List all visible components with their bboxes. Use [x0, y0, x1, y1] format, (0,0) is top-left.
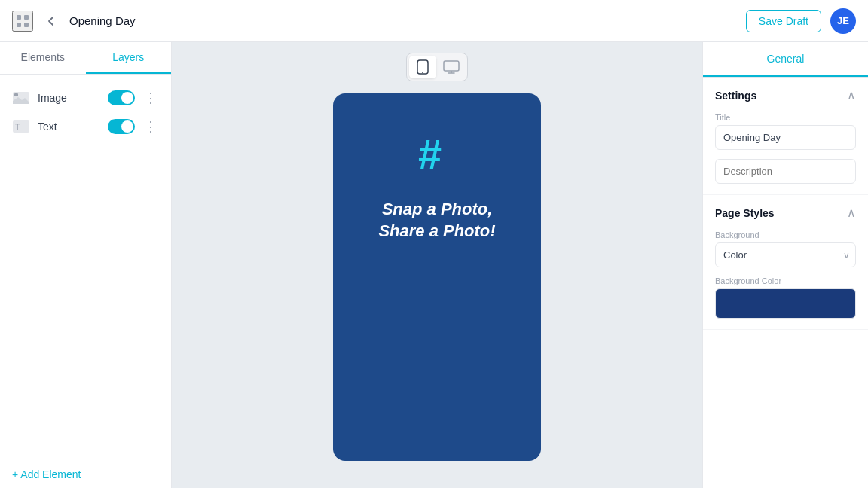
layers-list: Image ⋮ T Text ⋮: [0, 75, 171, 461]
tab-layers[interactable]: Layers: [86, 42, 172, 74]
layer-name-text: Text: [38, 120, 100, 133]
settings-title: Settings: [715, 90, 756, 102]
layer-toggle-text[interactable]: [108, 119, 135, 134]
page-styles-section: Page Styles ∧ Background Color ∨ Backgro…: [703, 195, 868, 330]
mobile-device-button[interactable]: [409, 56, 436, 78]
svg-rect-5: [14, 93, 18, 96]
title-field: Title: [715, 113, 856, 150]
page-styles-title: Page Styles: [715, 207, 775, 219]
image-layer-icon: [12, 91, 30, 105]
tab-elements[interactable]: Elements: [0, 42, 86, 74]
svg-text:T: T: [15, 123, 20, 131]
background-color-label: Background Color: [715, 276, 856, 285]
description-input[interactable]: [715, 159, 856, 184]
right-panel-body: Settings ∧ Title Page Styles ∧ Bac: [703, 78, 868, 330]
device-toolbar: [406, 53, 468, 81]
tab-general[interactable]: General: [703, 42, 868, 77]
topbar-left: Opening Day: [12, 11, 737, 32]
title-field-label: Title: [715, 113, 856, 122]
background-field: Background Color ∨: [715, 230, 856, 267]
left-panel: Elements Layers Image ⋮: [0, 42, 172, 488]
topbar: Opening Day Save Draft JE: [0, 0, 868, 42]
svg-point-9: [422, 72, 423, 73]
main-layout: Elements Layers Image ⋮: [0, 42, 868, 488]
page-title: Opening Day: [69, 14, 136, 27]
layer-name-image: Image: [38, 92, 100, 104]
right-panel: General Settings ∧ Title: [702, 42, 868, 488]
layer-item-image[interactable]: Image ⋮: [0, 84, 171, 112]
canvas-area: # Snap a Photo, Share a Photo!: [172, 42, 702, 488]
layer-item-text[interactable]: T Text ⋮: [0, 112, 171, 141]
title-input[interactable]: [715, 125, 856, 150]
background-color-preview[interactable]: [715, 288, 856, 319]
settings-collapse-button[interactable]: ∧: [847, 88, 856, 102]
svg-rect-0: [17, 15, 21, 20]
background-select-wrapper: Color ∨: [715, 242, 856, 267]
background-color-field: Background Color: [715, 276, 856, 319]
background-select[interactable]: Color: [715, 242, 856, 267]
desktop-device-button[interactable]: [438, 56, 465, 78]
hash-icon: #: [414, 130, 460, 181]
page-styles-section-header: Page Styles ∧: [715, 206, 856, 220]
save-draft-button[interactable]: Save Draft: [746, 10, 821, 32]
svg-text:#: #: [418, 130, 442, 175]
canvas-headline: Snap a Photo, Share a Photo!: [378, 199, 495, 242]
topbar-right: Save Draft JE: [746, 8, 856, 34]
svg-rect-3: [24, 23, 29, 27]
page-styles-collapse-button[interactable]: ∧: [847, 206, 856, 220]
svg-rect-1: [24, 15, 29, 20]
background-field-label: Background: [715, 230, 856, 239]
settings-section: Settings ∧ Title: [703, 78, 868, 195]
layer-toggle-image[interactable]: [108, 90, 135, 105]
back-button[interactable]: [41, 11, 62, 32]
add-element-button[interactable]: + Add Element: [0, 461, 171, 488]
layer-more-image[interactable]: ⋮: [142, 90, 159, 106]
svg-rect-10: [444, 61, 459, 71]
avatar[interactable]: JE: [830, 8, 856, 34]
settings-section-header: Settings ∧: [715, 88, 856, 102]
phone-canvas: # Snap a Photo, Share a Photo!: [333, 93, 541, 461]
right-tabs: General: [703, 42, 868, 78]
layer-more-text[interactable]: ⋮: [142, 118, 159, 135]
description-field: [715, 159, 856, 184]
left-tabs: Elements Layers: [0, 42, 171, 75]
grid-icon-button[interactable]: [12, 11, 33, 32]
text-layer-icon: T: [12, 120, 30, 133]
svg-rect-2: [17, 23, 21, 27]
